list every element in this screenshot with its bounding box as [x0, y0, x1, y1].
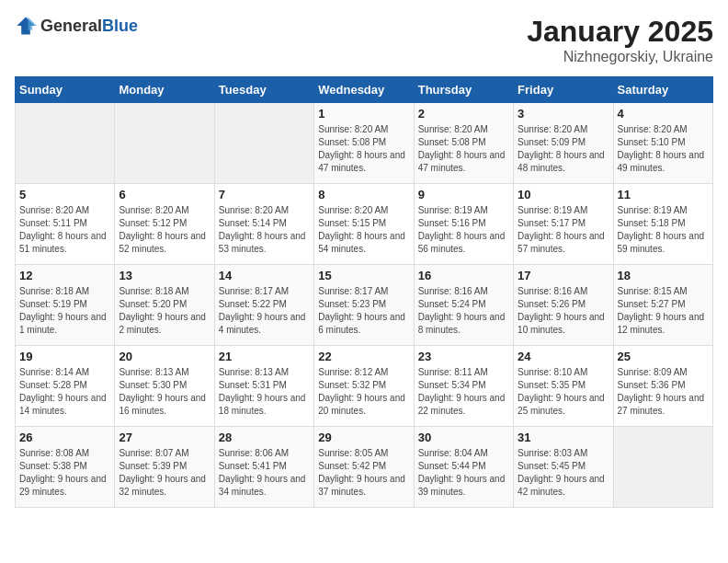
day-header-monday: Monday	[115, 77, 214, 103]
logo: GeneralBlue	[15, 15, 138, 37]
week-row-3: 12Sunrise: 8:18 AM Sunset: 5:19 PM Dayli…	[16, 265, 713, 346]
day-info: Sunrise: 8:19 AM Sunset: 5:18 PM Dayligh…	[618, 204, 709, 256]
day-number: 19	[19, 350, 110, 363]
week-row-2: 5Sunrise: 8:20 AM Sunset: 5:11 PM Daylig…	[16, 184, 713, 265]
day-number: 9	[418, 188, 509, 201]
calendar-cell: 14Sunrise: 8:17 AM Sunset: 5:22 PM Dayli…	[214, 265, 313, 346]
calendar-cell: 15Sunrise: 8:17 AM Sunset: 5:23 PM Dayli…	[314, 265, 414, 346]
calendar-cell: 4Sunrise: 8:20 AM Sunset: 5:10 PM Daylig…	[613, 103, 712, 184]
day-info: Sunrise: 8:16 AM Sunset: 5:24 PM Dayligh…	[418, 285, 509, 337]
day-info: Sunrise: 8:20 AM Sunset: 5:14 PM Dayligh…	[219, 204, 310, 256]
calendar-cell	[214, 103, 313, 184]
day-number: 18	[618, 269, 709, 282]
day-number: 2	[418, 107, 509, 121]
calendar-cell: 19Sunrise: 8:14 AM Sunset: 5:28 PM Dayli…	[16, 346, 115, 427]
calendar-cell: 20Sunrise: 8:13 AM Sunset: 5:30 PM Dayli…	[115, 346, 214, 427]
day-info: Sunrise: 8:17 AM Sunset: 5:23 PM Dayligh…	[318, 285, 409, 337]
day-number: 15	[318, 269, 409, 282]
day-number: 25	[618, 350, 709, 363]
logo-text-blue: Blue	[102, 17, 138, 35]
calendar-cell	[115, 103, 214, 184]
day-info: Sunrise: 8:07 AM Sunset: 5:39 PM Dayligh…	[119, 447, 210, 499]
day-info: Sunrise: 8:03 AM Sunset: 5:45 PM Dayligh…	[518, 447, 609, 499]
day-info: Sunrise: 8:20 AM Sunset: 5:08 PM Dayligh…	[318, 123, 409, 175]
day-number: 30	[418, 431, 509, 444]
day-info: Sunrise: 8:05 AM Sunset: 5:42 PM Dayligh…	[318, 447, 409, 499]
calendar-cell: 24Sunrise: 8:10 AM Sunset: 5:35 PM Dayli…	[514, 346, 613, 427]
calendar-cell: 13Sunrise: 8:18 AM Sunset: 5:20 PM Dayli…	[115, 265, 214, 346]
day-info: Sunrise: 8:17 AM Sunset: 5:22 PM Dayligh…	[219, 285, 310, 337]
day-info: Sunrise: 8:20 AM Sunset: 5:10 PM Dayligh…	[618, 123, 709, 175]
day-number: 10	[518, 188, 609, 201]
week-row-4: 19Sunrise: 8:14 AM Sunset: 5:28 PM Dayli…	[16, 346, 713, 427]
day-number: 3	[518, 107, 609, 121]
day-header-sunday: Sunday	[16, 77, 115, 103]
calendar-cell: 5Sunrise: 8:20 AM Sunset: 5:11 PM Daylig…	[16, 184, 115, 265]
day-info: Sunrise: 8:18 AM Sunset: 5:20 PM Dayligh…	[119, 285, 210, 337]
day-header-wednesday: Wednesday	[314, 77, 414, 103]
calendar-table: SundayMondayTuesdayWednesdayThursdayFrid…	[15, 76, 713, 508]
day-info: Sunrise: 8:09 AM Sunset: 5:36 PM Dayligh…	[618, 366, 709, 418]
calendar-cell: 27Sunrise: 8:07 AM Sunset: 5:39 PM Dayli…	[115, 427, 214, 508]
calendar-cell: 7Sunrise: 8:20 AM Sunset: 5:14 PM Daylig…	[214, 184, 313, 265]
calendar-cell	[613, 427, 712, 508]
svg-marker-1	[28, 17, 37, 29]
day-header-tuesday: Tuesday	[214, 77, 313, 103]
day-number: 4	[618, 107, 709, 121]
calendar-cell: 16Sunrise: 8:16 AM Sunset: 5:24 PM Dayli…	[414, 265, 513, 346]
calendar-cell: 31Sunrise: 8:03 AM Sunset: 5:45 PM Dayli…	[514, 427, 613, 508]
day-number: 13	[119, 269, 210, 282]
day-number: 26	[19, 431, 110, 444]
day-info: Sunrise: 8:11 AM Sunset: 5:34 PM Dayligh…	[418, 366, 509, 418]
day-info: Sunrise: 8:13 AM Sunset: 5:31 PM Dayligh…	[219, 366, 310, 418]
day-number: 14	[219, 269, 310, 282]
day-info: Sunrise: 8:19 AM Sunset: 5:17 PM Dayligh…	[518, 204, 609, 256]
calendar-cell: 21Sunrise: 8:13 AM Sunset: 5:31 PM Dayli…	[214, 346, 313, 427]
day-number: 1	[318, 107, 409, 121]
calendar-cell: 23Sunrise: 8:11 AM Sunset: 5:34 PM Dayli…	[414, 346, 513, 427]
day-number: 31	[518, 431, 609, 444]
day-number: 7	[219, 188, 310, 201]
calendar-cell: 12Sunrise: 8:18 AM Sunset: 5:19 PM Dayli…	[16, 265, 115, 346]
day-info: Sunrise: 8:20 AM Sunset: 5:09 PM Dayligh…	[518, 123, 609, 175]
day-number: 8	[318, 188, 409, 201]
calendar-cell: 8Sunrise: 8:20 AM Sunset: 5:15 PM Daylig…	[314, 184, 414, 265]
day-info: Sunrise: 8:19 AM Sunset: 5:16 PM Dayligh…	[418, 204, 509, 256]
month-title: January 2025	[527, 15, 713, 49]
calendar-cell: 25Sunrise: 8:09 AM Sunset: 5:36 PM Dayli…	[613, 346, 712, 427]
day-number: 12	[19, 269, 110, 282]
page-header: GeneralBlue January 2025 Nizhnegorskiy, …	[15, 15, 713, 65]
day-number: 21	[219, 350, 310, 363]
calendar-cell	[16, 103, 115, 184]
calendar-cell: 17Sunrise: 8:16 AM Sunset: 5:26 PM Dayli…	[514, 265, 613, 346]
day-number: 28	[219, 431, 310, 444]
day-info: Sunrise: 8:20 AM Sunset: 5:12 PM Dayligh…	[119, 204, 210, 256]
day-info: Sunrise: 8:18 AM Sunset: 5:19 PM Dayligh…	[19, 285, 110, 337]
day-info: Sunrise: 8:06 AM Sunset: 5:41 PM Dayligh…	[219, 447, 310, 499]
day-info: Sunrise: 8:16 AM Sunset: 5:26 PM Dayligh…	[518, 285, 609, 337]
day-number: 27	[119, 431, 210, 444]
calendar-cell: 6Sunrise: 8:20 AM Sunset: 5:12 PM Daylig…	[115, 184, 214, 265]
day-number: 6	[119, 188, 210, 201]
week-row-5: 26Sunrise: 8:08 AM Sunset: 5:38 PM Dayli…	[16, 427, 713, 508]
calendar-cell: 3Sunrise: 8:20 AM Sunset: 5:09 PM Daylig…	[514, 103, 613, 184]
day-number: 24	[518, 350, 609, 363]
day-info: Sunrise: 8:15 AM Sunset: 5:27 PM Dayligh…	[618, 285, 709, 337]
day-number: 22	[318, 350, 409, 363]
day-info: Sunrise: 8:20 AM Sunset: 5:11 PM Dayligh…	[19, 204, 110, 256]
day-header-thursday: Thursday	[414, 77, 513, 103]
logo-text-general: General	[40, 17, 102, 35]
day-number: 5	[19, 188, 110, 201]
day-number: 29	[318, 431, 409, 444]
week-row-1: 1Sunrise: 8:20 AM Sunset: 5:08 PM Daylig…	[16, 103, 713, 184]
calendar-cell: 10Sunrise: 8:19 AM Sunset: 5:17 PM Dayli…	[514, 184, 613, 265]
day-number: 23	[418, 350, 509, 363]
title-area: January 2025 Nizhnegorskiy, Ukraine	[527, 15, 713, 65]
calendar-cell: 1Sunrise: 8:20 AM Sunset: 5:08 PM Daylig…	[314, 103, 414, 184]
calendar-cell: 22Sunrise: 8:12 AM Sunset: 5:32 PM Dayli…	[314, 346, 414, 427]
day-info: Sunrise: 8:14 AM Sunset: 5:28 PM Dayligh…	[19, 366, 110, 418]
calendar-cell: 30Sunrise: 8:04 AM Sunset: 5:44 PM Dayli…	[414, 427, 513, 508]
day-info: Sunrise: 8:12 AM Sunset: 5:32 PM Dayligh…	[318, 366, 409, 418]
day-header-friday: Friday	[514, 77, 613, 103]
days-header-row: SundayMondayTuesdayWednesdayThursdayFrid…	[16, 77, 713, 103]
